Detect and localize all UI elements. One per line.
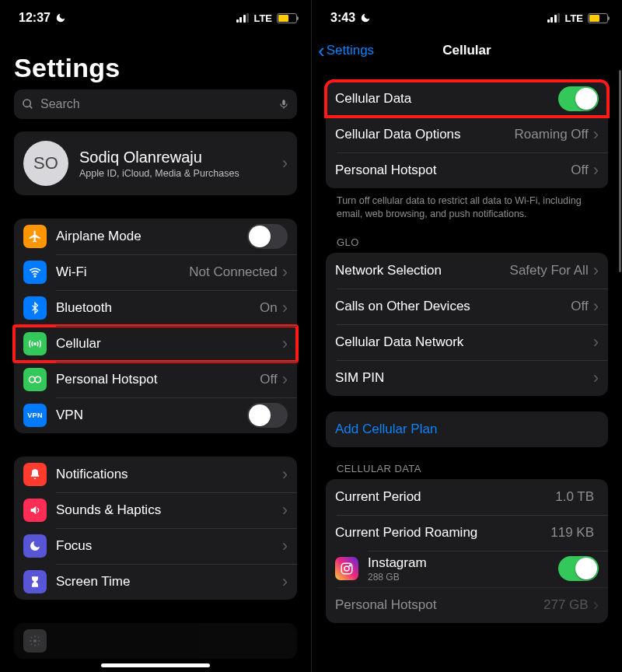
section-header-carrier: GLO bbox=[337, 236, 606, 248]
svg-point-5 bbox=[30, 376, 36, 383]
row-label: Add Cellular Plan bbox=[335, 422, 599, 437]
cellular-data-toggle[interactable] bbox=[558, 86, 599, 111]
cellular-row[interactable]: Cellular › bbox=[14, 326, 297, 362]
section-footer: Turn off cellular data to restrict all d… bbox=[326, 188, 608, 233]
chevron-right-icon: › bbox=[593, 162, 599, 179]
row-label: Notifications bbox=[56, 467, 282, 482]
profile-name: Sodiq Olanrewaju bbox=[79, 149, 282, 166]
chevron-right-icon: › bbox=[593, 298, 599, 315]
signal-icon bbox=[547, 13, 561, 23]
instagram-icon bbox=[335, 557, 358, 580]
svg-point-6 bbox=[35, 376, 41, 383]
status-time: 12:37 bbox=[19, 11, 51, 25]
battery-icon bbox=[588, 13, 608, 23]
row-label: Cellular Data Options bbox=[335, 127, 515, 142]
partial-row bbox=[14, 623, 297, 659]
row-label: Airplane Mode bbox=[56, 229, 247, 244]
chevron-right-icon: › bbox=[593, 369, 599, 387]
svg-point-7 bbox=[33, 639, 37, 642]
screentime-row[interactable]: Screen Time › bbox=[14, 564, 297, 600]
bluetooth-icon bbox=[23, 296, 47, 320]
notifications-icon bbox=[23, 463, 47, 486]
row-label: SIM PIN bbox=[335, 370, 593, 386]
sounds-row[interactable]: Sounds & Haptics › bbox=[14, 492, 297, 528]
row-value: 119 KB bbox=[550, 525, 594, 541]
status-bar: 12:37 LTE bbox=[0, 0, 311, 36]
chevron-right-icon: › bbox=[282, 537, 288, 555]
app-name: Instagram bbox=[368, 555, 558, 571]
back-label: Settings bbox=[327, 43, 374, 58]
cellular-options-row[interactable]: Cellular Data Options Roaming Off › bbox=[326, 117, 608, 152]
screentime-icon bbox=[23, 570, 47, 593]
sim-pin-row[interactable]: SIM PIN › bbox=[326, 360, 608, 396]
app-data-toggle[interactable] bbox=[558, 556, 599, 581]
chevron-right-icon: › bbox=[282, 264, 288, 281]
row-value: On bbox=[260, 300, 278, 316]
row-label: Personal Hotspot bbox=[56, 372, 260, 387]
row-label: Personal Hotspot bbox=[335, 597, 543, 613]
bluetooth-row[interactable]: Bluetooth On › bbox=[14, 290, 297, 326]
chevron-right-icon: › bbox=[282, 335, 288, 352]
hotspot-row[interactable]: Personal Hotspot Off › bbox=[14, 362, 297, 397]
airplane-mode-row[interactable]: Airplane Mode bbox=[14, 219, 297, 254]
cellular-data-row[interactable]: Cellular Data bbox=[326, 81, 608, 117]
row-value: 1.0 TB bbox=[555, 489, 594, 505]
row-label: VPN bbox=[56, 408, 247, 423]
search-input[interactable] bbox=[40, 97, 272, 111]
back-button[interactable]: ‹ Settings bbox=[318, 39, 374, 63]
hotspot-icon bbox=[23, 368, 47, 391]
network-type: LTE bbox=[564, 12, 583, 24]
chevron-right-icon: › bbox=[282, 155, 288, 172]
status-time: 3:43 bbox=[330, 11, 355, 25]
section-header-usage: CELLULAR DATA bbox=[337, 463, 606, 474]
row-label: Current Period Roaming bbox=[335, 525, 550, 541]
svg-line-1 bbox=[30, 106, 32, 108]
mic-icon[interactable] bbox=[278, 97, 289, 111]
wifi-icon bbox=[23, 261, 47, 284]
chevron-right-icon: › bbox=[593, 126, 599, 143]
calls-other-devices-row[interactable]: Calls on Other Devices Off › bbox=[326, 289, 608, 324]
row-value: Off bbox=[571, 163, 588, 178]
cellular-icon bbox=[23, 332, 47, 355]
cellular-data-network-row[interactable]: Cellular Data Network › bbox=[326, 324, 608, 360]
row-value: Off bbox=[571, 299, 588, 314]
app-usage-hotspot[interactable]: Personal Hotspot 277 GB › bbox=[326, 587, 608, 623]
home-indicator[interactable] bbox=[101, 663, 210, 667]
app-usage-instagram[interactable]: Instagram 288 GB bbox=[326, 551, 608, 587]
airplane-toggle[interactable] bbox=[247, 224, 288, 249]
add-cellular-plan-row[interactable]: Add Cellular Plan bbox=[326, 411, 608, 447]
status-bar: 3:43 LTE bbox=[312, 0, 622, 36]
cellular-settings-screen: 3:43 LTE ‹ Settings Cellular Cellular Da… bbox=[311, 0, 622, 672]
network-type: LTE bbox=[253, 12, 272, 24]
focus-row[interactable]: Focus › bbox=[14, 528, 297, 564]
chevron-right-icon: › bbox=[593, 262, 599, 279]
search-bar[interactable] bbox=[14, 89, 297, 119]
apple-id-row[interactable]: SO Sodiq Olanrewaju Apple ID, iCloud, Me… bbox=[14, 131, 297, 195]
scroll-indicator bbox=[619, 70, 621, 272]
page-title: Settings bbox=[14, 53, 297, 83]
network-selection-row[interactable]: Network Selection Safety For All › bbox=[326, 253, 608, 289]
svg-point-4 bbox=[34, 343, 36, 345]
row-value: 277 GB bbox=[543, 597, 589, 613]
row-label: Cellular bbox=[56, 336, 282, 352]
row-value: Safety For All bbox=[510, 263, 589, 278]
row-value: Not Connected bbox=[189, 264, 277, 280]
row-value: Roaming Off bbox=[515, 127, 589, 142]
search-icon bbox=[22, 98, 34, 110]
chevron-right-icon: › bbox=[282, 371, 288, 388]
dnd-moon-icon bbox=[55, 12, 66, 23]
roaming-period-row: Current Period Roaming 119 KB bbox=[326, 515, 608, 551]
vpn-row[interactable]: VPN VPN bbox=[14, 397, 297, 433]
vpn-toggle[interactable] bbox=[247, 403, 288, 428]
nav-title: Cellular bbox=[442, 43, 491, 58]
svg-point-0 bbox=[23, 100, 30, 107]
sounds-icon bbox=[23, 499, 47, 522]
row-label: Calls on Other Devices bbox=[335, 299, 571, 314]
hotspot-row[interactable]: Personal Hotspot Off › bbox=[326, 152, 608, 188]
row-label: Wi-Fi bbox=[56, 264, 189, 280]
row-label: Screen Time bbox=[56, 574, 282, 590]
notifications-row[interactable]: Notifications › bbox=[14, 457, 297, 492]
signal-icon bbox=[236, 13, 250, 23]
chevron-right-icon: › bbox=[282, 299, 288, 317]
wifi-row[interactable]: Wi-Fi Not Connected › bbox=[14, 254, 297, 290]
